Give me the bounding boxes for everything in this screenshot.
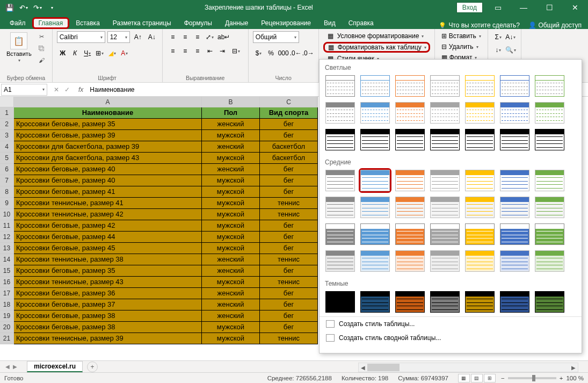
row-header[interactable]: 20 <box>0 322 14 333</box>
increase-decimal-button[interactable]: .0← <box>290 47 302 59</box>
data-cell[interactable]: бег <box>260 164 318 175</box>
add-sheet-button[interactable]: + <box>87 362 98 372</box>
sheet-nav-prev[interactable]: ◀ <box>5 364 10 370</box>
tell-me-search[interactable]: Что вы хотите сделать? <box>439 21 520 29</box>
data-cell[interactable]: Кроссовки беговые, размер 39 <box>14 130 202 141</box>
data-cell[interactable]: теннис <box>260 333 318 344</box>
tab-home[interactable]: Главная <box>32 17 70 29</box>
table-style-option[interactable] <box>463 74 496 98</box>
redo-button[interactable]: ↷▾ <box>31 1 44 14</box>
data-cell[interactable]: Кроссовки теннисные, размер 43 <box>14 277 202 288</box>
cancel-formula-button[interactable]: ✕ <box>52 86 61 93</box>
column-header[interactable]: A <box>14 97 202 107</box>
data-cell[interactable]: Кроссовки для баскетбола, размер 43 <box>14 153 202 164</box>
cut-button[interactable]: ✂ <box>36 31 48 42</box>
save-button[interactable]: 💾 <box>3 1 16 14</box>
data-cell[interactable]: женский <box>202 119 260 130</box>
data-cell[interactable]: бег <box>260 220 318 232</box>
data-cell[interactable]: Кроссовки беговые, размер 35 <box>14 265 202 277</box>
header-cell[interactable]: Вид спорта <box>260 107 318 119</box>
italic-button[interactable]: К <box>69 47 81 59</box>
font-size-select[interactable]: 12▾ <box>107 31 130 43</box>
data-cell[interactable]: Кроссовки беговые, размер 40 <box>14 164 202 175</box>
number-format-select[interactable]: Общий▾ <box>253 31 299 43</box>
table-style-option[interactable] <box>359 100 391 125</box>
borders-button[interactable]: ⊞▾ <box>94 47 106 59</box>
sheet-nav-next[interactable]: ▶ <box>13 364 17 370</box>
table-style-option[interactable] <box>429 195 461 220</box>
row-header[interactable]: 15 <box>0 265 14 277</box>
fill-button[interactable]: ↓▾ <box>492 44 504 56</box>
table-style-option[interactable] <box>324 74 357 98</box>
data-cell[interactable]: мужской <box>202 232 260 243</box>
zoom-in-button[interactable]: + <box>560 375 563 381</box>
data-cell[interactable]: теннис <box>260 254 318 265</box>
data-cell[interactable]: мужской <box>202 209 260 220</box>
data-cell[interactable]: Кроссовки беговые, размер 38 <box>14 322 202 333</box>
row-header[interactable]: 14 <box>0 254 14 265</box>
data-cell[interactable]: Кроссовки беговые, размер 45 <box>14 243 202 254</box>
table-style-option[interactable] <box>324 195 357 220</box>
table-style-option[interactable] <box>429 74 461 98</box>
row-header[interactable]: 19 <box>0 310 14 322</box>
row-header[interactable]: 17 <box>0 288 14 299</box>
data-cell[interactable]: бег <box>260 322 318 333</box>
column-header[interactable]: B <box>202 97 260 107</box>
data-cell[interactable]: мужской <box>202 186 260 198</box>
row-header[interactable]: 12 <box>0 232 14 243</box>
data-cell[interactable]: женский <box>202 310 260 322</box>
new-pivot-style-button[interactable]: Создать стиль сводной таблицы... <box>320 331 582 345</box>
data-cell[interactable]: Кроссовки теннисные, размер 42 <box>14 209 202 220</box>
data-cell[interactable]: женский <box>202 265 260 277</box>
data-cell[interactable]: женский <box>202 164 260 175</box>
table-style-option[interactable] <box>498 74 531 98</box>
zoom-out-button[interactable]: − <box>501 375 505 381</box>
align-bottom-button[interactable]: ≡ <box>192 31 204 43</box>
enter-formula-button[interactable]: ✓ <box>62 86 72 93</box>
table-style-option[interactable] <box>429 127 461 152</box>
data-cell[interactable]: бег <box>260 186 318 198</box>
new-table-style-button[interactable]: Создать стиль таблицы... <box>320 317 582 331</box>
row-header[interactable]: 8 <box>0 186 14 198</box>
data-cell[interactable]: мужской <box>202 220 260 232</box>
align-left-button[interactable]: ≡ <box>167 45 179 57</box>
header-cell[interactable]: Наименование <box>14 107 202 119</box>
table-style-option[interactable] <box>359 74 391 98</box>
fx-icon[interactable]: fx <box>75 86 86 93</box>
data-cell[interactable]: мужской <box>202 277 260 288</box>
table-style-option[interactable] <box>324 222 357 247</box>
table-style-option[interactable] <box>394 222 426 247</box>
row-header[interactable]: 3 <box>0 130 14 141</box>
increase-font-button[interactable]: A↑ <box>132 31 144 43</box>
data-cell[interactable]: мужской <box>202 198 260 209</box>
table-style-option[interactable] <box>533 290 566 314</box>
table-style-option[interactable] <box>394 249 426 273</box>
data-cell[interactable]: бег <box>260 265 318 277</box>
horizontal-scrollbar[interactable]: ◀▶ <box>358 363 578 372</box>
tab-formulas[interactable]: Формулы <box>178 17 219 29</box>
table-style-option[interactable] <box>498 127 531 152</box>
view-normal-button[interactable]: ▦ <box>458 374 470 382</box>
table-style-option[interactable] <box>463 100 496 125</box>
sheet-tab-active[interactable]: microexcel.ru <box>27 361 83 372</box>
data-cell[interactable]: бег <box>260 119 318 130</box>
data-cell[interactable]: женский <box>202 299 260 310</box>
table-style-option[interactable] <box>429 168 461 193</box>
select-all-corner[interactable] <box>0 97 14 107</box>
font-color-button[interactable]: A▾ <box>119 47 130 59</box>
header-cell[interactable]: Пол <box>202 107 260 119</box>
table-style-option[interactable] <box>394 168 426 193</box>
data-cell[interactable]: Кроссовки теннисные, размер 38 <box>14 254 202 265</box>
row-header[interactable]: 10 <box>0 209 14 220</box>
table-style-option[interactable] <box>533 195 566 220</box>
table-style-option[interactable] <box>498 222 531 247</box>
table-style-option[interactable] <box>359 127 391 152</box>
table-style-option[interactable] <box>394 100 426 125</box>
data-cell[interactable]: Кроссовки для баскетбола, размер 39 <box>14 141 202 153</box>
data-cell[interactable]: Кроссовки беговые, размер 41 <box>14 186 202 198</box>
row-header[interactable]: 9 <box>0 198 14 209</box>
tab-help[interactable]: Справка <box>342 17 380 29</box>
table-style-option[interactable] <box>429 249 461 273</box>
sort-filter-button[interactable]: A↓▾ <box>505 31 517 43</box>
table-style-option[interactable] <box>359 222 391 247</box>
